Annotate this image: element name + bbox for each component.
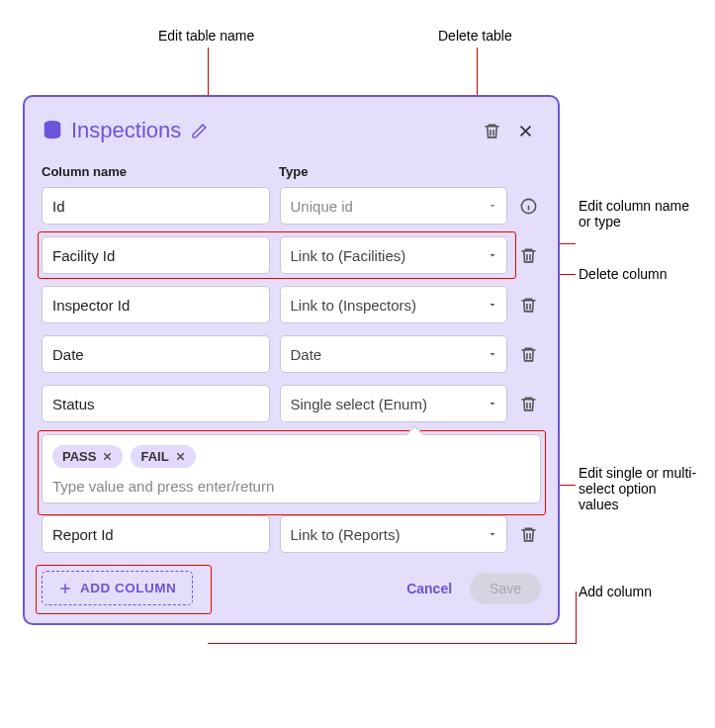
close-icon[interactable] <box>102 451 113 462</box>
enum-value-input[interactable]: Type value and press enter/return <box>52 478 530 495</box>
panel-footer: ADD COLUMN Cancel Save <box>42 571 541 605</box>
column-row: Date Date <box>42 335 541 373</box>
column-name-input[interactable]: Report Id <box>42 515 270 553</box>
column-name-input[interactable]: Inspector Id <box>42 286 270 323</box>
column-type-select[interactable]: Link to (Reports) <box>280 515 508 553</box>
add-column-button[interactable]: ADD COLUMN <box>42 571 193 605</box>
column-row: Inspector Id Link to (Inspectors) <box>42 286 541 323</box>
chevron-down-icon <box>487 528 498 540</box>
annotation-delete-table: Delete table <box>438 28 512 44</box>
column-name-input[interactable]: Facility Id <box>42 236 270 274</box>
close-icon[interactable] <box>517 123 541 139</box>
table-title: Inspections <box>71 118 181 143</box>
chevron-down-icon <box>487 398 498 410</box>
trash-icon[interactable] <box>515 246 541 265</box>
enum-chip-label: FAIL <box>140 449 168 464</box>
trash-icon[interactable] <box>515 345 541 364</box>
column-name-input[interactable]: Id <box>42 187 270 225</box>
column-row: Facility Id Link to (Facilities) <box>42 236 541 274</box>
annotation-edit-column: Edit column name or type <box>579 198 697 229</box>
enum-options-box: PASS FAIL Type value and press enter/ret… <box>42 434 541 503</box>
enum-chip-list: PASS FAIL <box>52 445 530 468</box>
info-icon[interactable] <box>515 197 541 216</box>
close-icon[interactable] <box>175 451 186 462</box>
trash-icon[interactable] <box>515 296 541 315</box>
database-icon <box>42 120 63 141</box>
column-type-select: Unique id <box>280 187 508 225</box>
column-type-select[interactable]: Link to (Inspectors) <box>280 286 508 323</box>
save-button: Save <box>470 573 541 604</box>
column-type-select[interactable]: Single select (Enum) <box>280 385 508 422</box>
pencil-icon[interactable] <box>191 123 208 139</box>
annotation-add-column: Add column <box>579 584 652 599</box>
column-type-select[interactable]: Date <box>280 335 508 373</box>
cancel-button[interactable]: Cancel <box>406 581 452 596</box>
annotation-edit-enum: Edit single or multi-select option value… <box>579 465 697 512</box>
enum-chip: FAIL <box>131 445 195 468</box>
trash-icon[interactable] <box>483 122 501 140</box>
header-type: Type <box>279 164 541 179</box>
column-type-select[interactable]: Link to (Facilities) <box>280 236 508 274</box>
column-row: Report Id Link to (Reports) <box>42 515 541 553</box>
plus-icon <box>58 582 72 595</box>
chevron-down-icon <box>487 249 498 261</box>
chevron-down-icon <box>487 348 498 360</box>
column-row: Id Unique id <box>42 187 541 225</box>
add-column-label: ADD COLUMN <box>80 581 176 595</box>
leader-line <box>208 643 576 644</box>
title-row: Inspections <box>42 103 541 158</box>
column-headers: Column name Type <box>42 164 541 179</box>
chevron-down-icon <box>487 200 498 212</box>
enum-chip: PASS <box>52 445 123 468</box>
annotation-edit-table-name: Edit table name <box>158 28 254 44</box>
column-name-input[interactable]: Date <box>42 335 270 373</box>
chevron-down-icon <box>487 299 498 311</box>
column-name-input[interactable]: Status <box>42 385 270 422</box>
annotation-delete-column: Delete column <box>579 266 668 282</box>
enum-chip-label: PASS <box>62 449 96 464</box>
column-row: Status Single select (Enum) <box>42 385 541 422</box>
header-column-name: Column name <box>42 164 279 179</box>
trash-icon[interactable] <box>515 525 541 544</box>
edit-table-panel: Inspections Column name Type Id Unique i… <box>23 95 560 625</box>
leader-line <box>576 592 577 644</box>
trash-icon[interactable] <box>515 395 541 413</box>
